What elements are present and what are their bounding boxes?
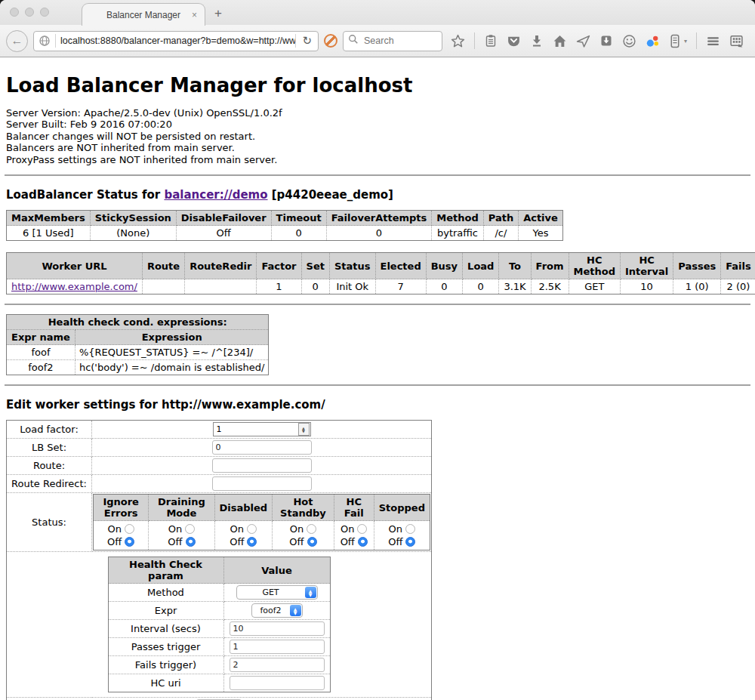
browser-window: Balancer Manager × + ← localhost:8880/ba… xyxy=(0,0,755,700)
draining-mode-off-radio[interactable] xyxy=(186,537,196,547)
balancer-demo-link[interactable]: balancer://demo xyxy=(164,188,267,202)
hc-params-row: Health Check param Value Method GET ▲▼ xyxy=(7,552,432,698)
cell-hc-method: GET xyxy=(569,279,620,294)
pocket-icon[interactable] xyxy=(507,34,521,48)
disabled-on-radio[interactable] xyxy=(247,524,257,534)
loadbalancer-status-heading: LoadBalancer Status for balancer://demo … xyxy=(6,188,749,202)
server-version-line: Server Version: Apache/2.5.0-dev (Unix) … xyxy=(6,107,749,119)
url-bar[interactable]: localhost:8880/balancer-manager?b=demo&w… xyxy=(33,31,319,51)
cell-busy: 0 xyxy=(426,279,462,294)
draining-mode-on-radio[interactable] xyxy=(185,524,195,534)
status-options-table: Ignore Errors Draining Mode Disabled Hot… xyxy=(93,494,430,550)
hc-method-label: Method xyxy=(108,584,223,602)
expr-select[interactable]: foof2 ▲▼ xyxy=(251,603,303,618)
url-text[interactable]: localhost:8880/balancer-manager?b=demo&w… xyxy=(56,35,295,46)
hc-header-row: Health Check param Value xyxy=(108,557,330,584)
new-tab-button[interactable]: + xyxy=(214,6,222,21)
col-stopped: Stopped xyxy=(374,495,430,521)
col-expression: Expression xyxy=(75,330,269,345)
forum-smiley-icon[interactable] xyxy=(622,34,636,48)
method-select[interactable]: GET ▲▼ xyxy=(236,585,318,600)
search-bar[interactable] xyxy=(343,31,442,51)
route-redirect-input[interactable] xyxy=(212,476,312,491)
ignore-errors-on-radio[interactable] xyxy=(125,524,134,534)
page-title: Load Balancer Manager for localhost xyxy=(6,74,749,97)
hc-fail-on-radio[interactable] xyxy=(357,524,367,534)
worker-settings-form: Load factor: ▲▼ LB Set: Route: Route Red… xyxy=(6,420,749,700)
hc-fails-input[interactable] xyxy=(230,658,325,672)
worker-url-link[interactable]: http://www.example.com/ xyxy=(11,281,137,292)
ignore-errors-cell: On Off xyxy=(94,521,149,550)
tab-balancer-manager[interactable]: Balancer Manager × xyxy=(82,3,205,26)
status-cell: Ignore Errors Draining Mode Disabled Hot… xyxy=(92,493,432,552)
device-sync-icon[interactable] xyxy=(599,34,613,48)
hc-method-cell: GET ▲▼ xyxy=(223,584,330,602)
stopped-on-radio[interactable] xyxy=(405,524,415,534)
hc-expr-title: Health check cond. expressions: xyxy=(7,315,269,330)
col-to: To xyxy=(499,253,531,279)
reading-list-icon[interactable] xyxy=(484,34,498,48)
col-route: Route xyxy=(142,253,184,279)
home-icon[interactable] xyxy=(553,34,567,48)
number-stepper-icon[interactable]: ▲▼ xyxy=(298,423,310,436)
content-blocked-icon[interactable] xyxy=(324,34,337,48)
close-tab-icon[interactable]: × xyxy=(192,10,197,20)
off-label: Off xyxy=(388,536,402,547)
col-path: Path xyxy=(483,211,518,226)
stopped-off-radio[interactable] xyxy=(405,537,415,547)
downloads-icon[interactable] xyxy=(530,34,544,48)
disabled-cell: On Off xyxy=(214,521,273,550)
hc-interval-input[interactable] xyxy=(230,621,325,636)
hot-standby-cell: On Off xyxy=(273,521,334,550)
menu-hamburger-icon[interactable] xyxy=(706,34,720,48)
hc-uri-row: HC uri xyxy=(108,674,330,692)
hc-uri-input[interactable] xyxy=(230,676,325,690)
screenshot-extension-icon[interactable] xyxy=(729,34,744,48)
hc-expr-cell: foof2 ▲▼ xyxy=(223,602,330,620)
chevron-down-icon[interactable]: ▾ xyxy=(684,38,687,45)
route-input[interactable] xyxy=(212,458,312,473)
hc-expr-row-foof: foof %{REQUEST_STATUS} =~ /^[234]/ xyxy=(7,345,269,360)
load-factor-input[interactable] xyxy=(214,424,298,434)
col-elected: Elected xyxy=(375,253,426,279)
hc-fails-row: Fails trigger) xyxy=(108,656,330,674)
search-input[interactable] xyxy=(362,35,430,47)
route-redirect-row: Route Redirect: xyxy=(7,475,432,493)
cell-hc-interval: 10 xyxy=(620,279,673,294)
hc-fail-off-radio[interactable] xyxy=(358,537,368,547)
zoom-window-button[interactable] xyxy=(40,8,49,17)
lb-set-input[interactable] xyxy=(212,440,312,455)
hc-interval-cell xyxy=(223,620,330,638)
hc-passes-input[interactable] xyxy=(230,640,325,654)
select-stepper-icon: ▲▼ xyxy=(290,605,301,616)
site-identity-globe-icon[interactable] xyxy=(34,35,55,47)
colored-dots-extension-icon[interactable] xyxy=(646,34,660,48)
hot-standby-off-radio[interactable] xyxy=(307,537,317,547)
reload-icon[interactable]: ↻ xyxy=(296,34,318,48)
col-busy: Busy xyxy=(426,253,462,279)
hc-passes-row: Passes trigger xyxy=(108,638,330,656)
hc-passes-cell xyxy=(223,638,330,656)
cell-timeout: 0 xyxy=(271,226,326,241)
col-draining-mode: Draining Mode xyxy=(149,495,214,521)
close-window-button[interactable] xyxy=(10,8,19,17)
back-button[interactable]: ← xyxy=(6,30,28,52)
col-ignore-errors: Ignore Errors xyxy=(94,495,149,521)
hc-uri-cell xyxy=(223,674,330,692)
col-factor: Factor xyxy=(257,253,301,279)
container-extension-icon[interactable] xyxy=(669,34,681,48)
cell-path: /c/ xyxy=(483,226,518,241)
off-label: Off xyxy=(289,536,304,547)
divider-1 xyxy=(5,174,750,176)
divider-3 xyxy=(5,384,750,386)
disabled-off-radio[interactable] xyxy=(247,537,257,547)
minimize-window-button[interactable] xyxy=(25,8,34,17)
hot-standby-on-radio[interactable] xyxy=(307,524,316,534)
status-label: Status: xyxy=(7,493,92,552)
bookmark-star-icon[interactable] xyxy=(451,34,465,48)
ignore-errors-off-radio[interactable] xyxy=(125,537,134,547)
col-set: Set xyxy=(301,253,329,279)
hc-interval-row: Interval (secs) xyxy=(108,620,330,638)
send-tab-icon[interactable] xyxy=(576,34,590,48)
cell-maxmembers: 6 [1 Used] xyxy=(7,226,91,241)
